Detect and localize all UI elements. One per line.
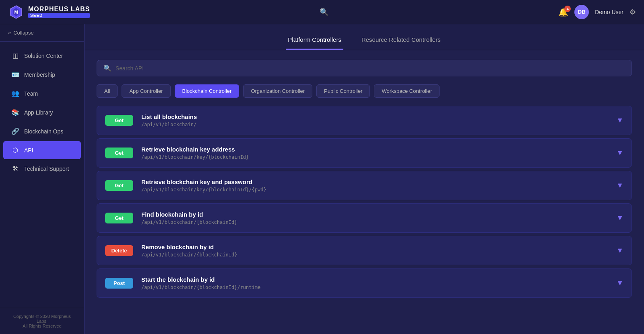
sidebar-item-label: Membership [24, 72, 55, 78]
filter-row: AllApp ControllerBlockchain ControllerOr… [97, 84, 632, 98]
chevron-down-icon[interactable]: ▼ [616, 116, 623, 125]
endpoint-row[interactable]: Get Find blockchain by id /api/v1/blockc… [97, 203, 632, 233]
user-name: Demo User [595, 9, 623, 15]
chevron-down-icon[interactable]: ▼ [616, 181, 623, 190]
endpoint-path: /api/v1/blockchain/key/{blockchainId}/{p… [141, 187, 612, 193]
tab-platform-controllers[interactable]: Platform Controllers [286, 32, 343, 50]
app-library-icon: 📚 [11, 109, 19, 116]
notification-badge: 4 [564, 6, 571, 12]
logo: M MORPHEUS LABS SEED [8, 4, 90, 20]
sidebar-item-solution-center[interactable]: ◫ Solution Center [3, 47, 81, 65]
technical-support-icon: 🛠 [11, 165, 19, 172]
content-area: 🔍 AllApp ControllerBlockchain Controller… [85, 50, 644, 334]
endpoint-info: Retrieve blockchain key and password /ap… [141, 178, 612, 193]
sidebar-item-app-library[interactable]: 📚 App Library [3, 103, 81, 121]
endpoint-row[interactable]: Get List all blockchains /api/v1/blockch… [97, 106, 632, 135]
logo-subtitle: SEED [28, 13, 90, 18]
method-badge: Delete [105, 245, 133, 256]
svg-text:M: M [14, 10, 18, 14]
sidebar-item-label: Solution Center [24, 53, 63, 59]
tab-bar: Platform ControllersResource Related Con… [85, 24, 644, 50]
sidebar-nav: ◫ Solution Center🪪 Membership👥 Team📚 App… [0, 42, 84, 308]
collapse-label: Collapse [13, 30, 34, 36]
endpoint-row[interactable]: Delete Remove blockchain by id /api/v1/b… [97, 236, 632, 265]
endpoint-title: Find blockchain by id [141, 211, 612, 218]
chevron-down-icon[interactable]: ▼ [616, 246, 623, 255]
header-right: 🔔 4 DB Demo User ⚙ [558, 5, 636, 19]
method-badge: Get [105, 180, 133, 191]
sidebar-item-label: Technical Support [24, 166, 69, 172]
sidebar-item-label: Blockchain Ops [24, 128, 63, 135]
sidebar: « Collapse ◫ Solution Center🪪 Membership… [0, 24, 85, 334]
sidebar-item-api[interactable]: ⬡ API [3, 141, 81, 159]
endpoint-row[interactable]: Post Start the blockchain by id /api/v1/… [97, 268, 632, 298]
endpoint-info: Retrieve blockchain key address /api/v1/… [141, 146, 612, 160]
layout: « Collapse ◫ Solution Center🪪 Membership… [0, 24, 644, 334]
sidebar-item-team[interactable]: 👥 Team [3, 84, 81, 102]
filter-blockchain-controller[interactable]: Blockchain Controller [175, 84, 239, 98]
endpoint-title: Retrieve blockchain key address [141, 146, 612, 153]
endpoint-path: /api/v1/blockchain/{blockchainId} [141, 252, 612, 258]
filter-public-controller[interactable]: Public Controller [316, 84, 370, 98]
header: M MORPHEUS LABS SEED 🔍 🔔 4 DB Demo User … [0, 0, 644, 24]
endpoint-info: Remove blockchain by id /api/v1/blockcha… [141, 244, 612, 258]
footer-line1: Copyrights © 2020 Morpheus Labs. [8, 314, 76, 324]
team-icon: 👥 [11, 90, 19, 97]
api-icon: ⬡ [11, 146, 19, 154]
sidebar-item-blockchain-ops[interactable]: 🔗 Blockchain Ops [3, 122, 81, 140]
endpoint-row[interactable]: Get Retrieve blockchain key and password… [97, 171, 632, 200]
header-search-icon[interactable]: 🔍 [320, 8, 328, 16]
blockchain-ops-icon: 🔗 [11, 127, 19, 135]
method-badge: Post [105, 278, 133, 289]
chevron-down-icon[interactable]: ▼ [616, 149, 623, 157]
endpoint-info: Start the blockchain by id /api/v1/block… [141, 276, 612, 290]
method-badge: Get [105, 213, 133, 223]
endpoint-path: /api/v1/blockchain/{blockchainId}/runtim… [141, 285, 612, 290]
endpoint-info: List all blockchains /api/v1/blockchain/ [141, 113, 612, 127]
search-input[interactable] [116, 65, 625, 72]
filter-app-controller[interactable]: App Controller [122, 84, 170, 98]
method-badge: Get [105, 148, 133, 158]
tab-resource-related-controllers[interactable]: Resource Related Controllers [359, 32, 443, 50]
logo-icon: M [8, 4, 24, 20]
solution-center-icon: ◫ [11, 52, 19, 59]
footer-line2: All Rights Reserved [8, 324, 76, 328]
notification-button[interactable]: 🔔 4 [558, 7, 568, 17]
method-badge: Get [105, 115, 133, 126]
endpoint-title: Start the blockchain by id [141, 276, 612, 283]
sidebar-item-label: Team [24, 90, 38, 97]
sidebar-item-label: App Library [24, 109, 53, 116]
endpoint-info: Find blockchain by id /api/v1/blockchain… [141, 211, 612, 225]
filter-all[interactable]: All [97, 84, 118, 98]
endpoint-path: /api/v1/blockchain/ [141, 122, 612, 127]
endpoint-path: /api/v1/blockchain/key/{blockchainId} [141, 154, 612, 160]
chevron-down-icon[interactable]: ▼ [616, 279, 623, 287]
endpoint-title: List all blockchains [141, 113, 612, 120]
logo-text: MORPHEUS LABS SEED [28, 6, 90, 18]
avatar: DB [574, 5, 589, 19]
search-bar: 🔍 [97, 60, 632, 76]
sidebar-item-label: API [24, 147, 33, 154]
filter-organization-controller[interactable]: Organization Controller [243, 84, 312, 98]
sidebar-item-technical-support[interactable]: 🛠 Technical Support [3, 160, 81, 178]
sidebar-item-membership[interactable]: 🪪 Membership [3, 66, 81, 84]
endpoint-title: Remove blockchain by id [141, 244, 612, 250]
endpoint-path: /api/v1/blockchain/{blockchainId} [141, 219, 612, 225]
chevron-down-icon[interactable]: ▼ [616, 214, 623, 222]
chevron-left-icon: « [8, 30, 11, 36]
membership-icon: 🪪 [11, 71, 19, 78]
endpoint-row[interactable]: Get Retrieve blockchain key address /api… [97, 138, 632, 168]
sidebar-footer: Copyrights © 2020 Morpheus Labs. All Rig… [0, 308, 84, 334]
collapse-button[interactable]: « Collapse [0, 24, 84, 42]
logo-title: MORPHEUS LABS [28, 6, 90, 13]
settings-button[interactable]: ⚙ [630, 8, 636, 16]
search-icon: 🔍 [103, 64, 111, 72]
endpoint-title: Retrieve blockchain key and password [141, 178, 612, 185]
endpoint-list: Get List all blockchains /api/v1/blockch… [97, 106, 632, 298]
main-content: Platform ControllersResource Related Con… [85, 24, 644, 334]
filter-workspace-controller[interactable]: Workspace Controller [374, 84, 440, 98]
